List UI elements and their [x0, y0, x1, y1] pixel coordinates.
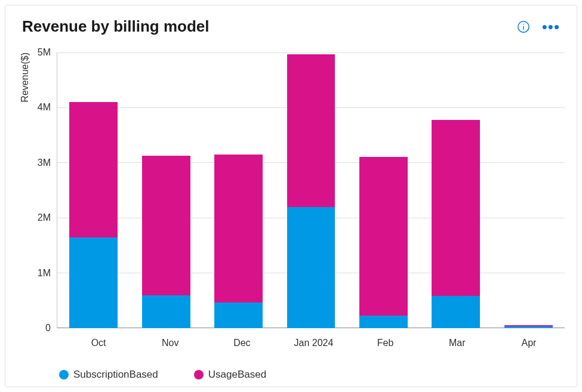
card-title: Revenue by billing model — [22, 17, 210, 36]
x-tick: Oct — [66, 338, 131, 348]
x-axis: OctNovDecJan 2024FebMarApr — [63, 328, 565, 348]
header-actions: ••• — [517, 19, 560, 35]
bars — [57, 53, 565, 328]
bar-segment-usage[interactable] — [359, 157, 408, 316]
bar-group[interactable] — [214, 53, 263, 328]
bar-group[interactable] — [359, 53, 408, 328]
bar-segment-usage[interactable] — [142, 156, 190, 295]
card: Revenue by billing model ••• Revenue($) … — [5, 5, 577, 387]
bar-segment-subscription[interactable] — [504, 326, 553, 328]
legend-label: SubscriptionBased — [73, 369, 158, 381]
swatch-icon — [59, 370, 69, 379]
bar-segment-subscription[interactable] — [142, 295, 190, 328]
bar-segment-subscription[interactable] — [214, 303, 263, 328]
more-icon[interactable]: ••• — [542, 19, 560, 35]
bar-group[interactable] — [432, 53, 480, 328]
x-tick: Feb — [353, 338, 418, 348]
chart-area: Revenue($) 5M4M3M2M1M0 OctNovDecJan 2024… — [5, 41, 577, 354]
plot-area — [57, 53, 565, 328]
bar-group[interactable] — [69, 53, 118, 328]
card-header: Revenue by billing model ••• — [5, 5, 577, 41]
bar-group[interactable] — [287, 53, 335, 328]
bar-segment-subscription[interactable] — [69, 237, 118, 328]
x-tick: Apr — [496, 338, 561, 348]
bar-segment-usage[interactable] — [69, 102, 118, 237]
y-axis-label: Revenue($) — [17, 53, 33, 103]
bar-segment-usage[interactable] — [432, 120, 480, 297]
bar-group[interactable] — [504, 53, 553, 328]
x-tick: Mar — [424, 338, 489, 348]
legend-item-subscription[interactable]: SubscriptionBased — [59, 369, 158, 381]
legend-label: UsageBased — [208, 369, 266, 381]
bar-group[interactable] — [142, 53, 190, 328]
legend-item-usage[interactable]: UsageBased — [194, 369, 266, 381]
x-tick: Jan 2024 — [281, 338, 346, 348]
x-tick: Nov — [138, 338, 203, 348]
bar-segment-subscription[interactable] — [359, 316, 408, 328]
legend: SubscriptionBased UsageBased — [5, 354, 577, 387]
swatch-icon — [194, 370, 204, 379]
bar-segment-subscription[interactable] — [287, 207, 335, 328]
info-icon[interactable] — [517, 20, 530, 33]
bar-segment-usage[interactable] — [287, 54, 335, 207]
bar-segment-subscription[interactable] — [432, 296, 480, 328]
x-tick: Dec — [210, 338, 275, 348]
bar-segment-usage[interactable] — [214, 155, 263, 303]
svg-point-2 — [523, 23, 524, 24]
